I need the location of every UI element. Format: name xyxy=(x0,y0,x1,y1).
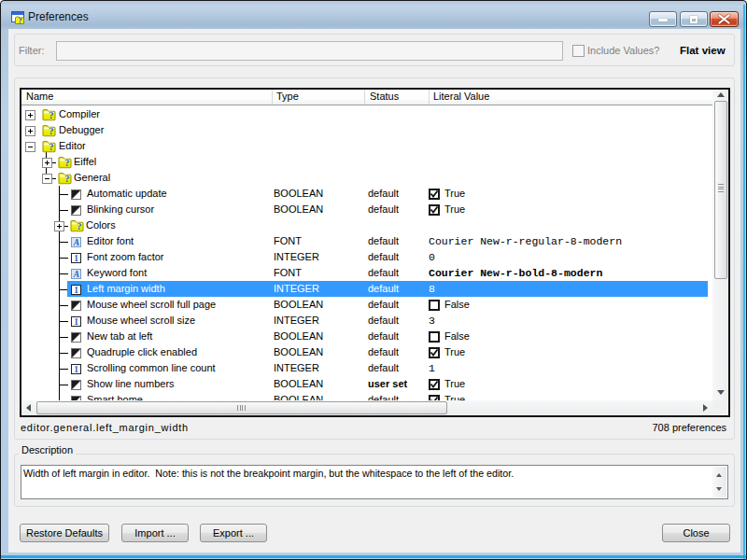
svg-text:?: ? xyxy=(64,158,69,168)
svg-text:?: ? xyxy=(19,17,22,25)
svg-text:?: ? xyxy=(49,110,53,120)
svg-text:1: 1 xyxy=(74,365,78,374)
svg-text:?: ? xyxy=(49,126,53,136)
svg-text:?: ? xyxy=(77,221,81,231)
svg-text:A: A xyxy=(73,270,79,279)
svg-text:1: 1 xyxy=(74,254,78,263)
svg-text:1: 1 xyxy=(74,286,78,295)
svg-text:?: ? xyxy=(64,174,69,184)
svg-text:1: 1 xyxy=(74,317,78,327)
svg-text:A: A xyxy=(73,238,79,247)
svg-text:?: ? xyxy=(49,142,53,152)
